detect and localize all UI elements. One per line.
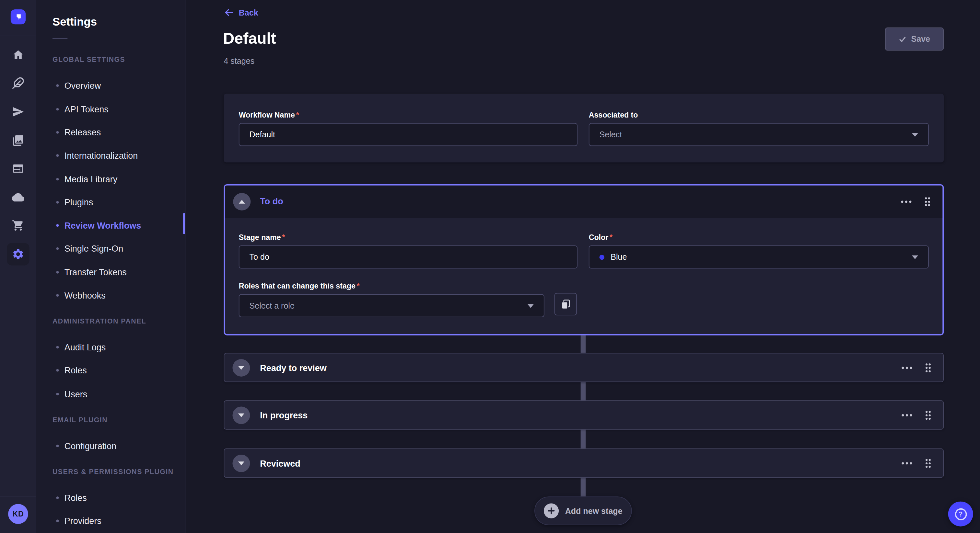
section-administration-panel: ADMINISTRATION PANEL [52,317,146,325]
avatar-initials: KD [13,510,24,519]
ellipsis-icon [900,200,912,203]
add-new-stage-button[interactable]: Add new stage [535,497,632,525]
nav-cloud-icon[interactable] [7,186,29,209]
bullet-icon [56,294,59,297]
expand-stage-button[interactable] [232,455,250,472]
stage-options-button[interactable] [899,194,913,209]
section-global-settings: GLOBAL SETTINGS [52,56,125,63]
sidebar-item-releases[interactable]: Releases [45,123,180,142]
sidebar-item-review-workflows[interactable]: Review Workflows [45,216,180,235]
bullet-icon [56,178,59,181]
title-divider [52,38,67,39]
sidebar-item-plugins[interactable]: Plugins [45,193,180,212]
strapi-logo[interactable] [11,10,25,24]
save-button[interactable]: Save [885,27,944,51]
sidebar-item-overview[interactable]: Overview [45,76,180,95]
nav-deploy-icon[interactable] [7,100,29,123]
drag-dots-icon [925,363,931,373]
workflow-name-field: Workflow Name* [239,110,578,146]
drag-handle[interactable] [921,408,935,423]
nav-home-icon[interactable] [7,44,29,66]
rail-divider [0,36,36,36]
bullet-icon [56,520,59,522]
sidebar-title: Settings [52,16,97,29]
duplicate-roles-button[interactable] [555,293,577,315]
sidebar-item-transfer-tokens[interactable]: Transfer Tokens [45,263,180,282]
sidebar-item-up-roles[interactable]: Roles [45,488,180,507]
sidebar-scrollbar-thumb[interactable] [183,213,185,235]
plus-icon [544,503,559,518]
stage-color-select[interactable]: Blue [589,246,929,268]
associated-to-select[interactable]: Select [589,123,929,146]
strapi-logo-icon [14,13,22,21]
stage-roles-label: Roles that can change this stage* [239,282,544,290]
sidebar-item-internationalization[interactable]: Internationalization [45,146,180,165]
ellipsis-icon [901,414,913,417]
stage-roles-select[interactable]: Select a role [239,294,544,317]
stage-row-reviewed[interactable]: Reviewed [224,449,944,478]
bullet-icon [56,393,59,395]
workflow-details-card: Workflow Name* Associated to Select [224,94,944,162]
bullet-icon [56,108,59,111]
stage-title: Reviewed [260,458,301,468]
rail-divider [0,497,36,497]
stage-row-in-progress[interactable]: In progress [224,400,944,430]
sidebar-item-admin-users[interactable]: Users [45,385,180,403]
drag-dots-icon [925,458,931,468]
sidebar-item-webhooks[interactable]: Webhooks [45,286,180,305]
sidebar-item-media-library[interactable]: Media Library [45,170,180,189]
bullet-icon [56,497,59,499]
settings-sidebar: Settings GLOBAL SETTINGS Overview API To… [36,0,186,533]
stage-title: In progress [260,410,307,420]
expand-stage-button[interactable] [232,359,250,377]
section-email-plugin: EMAIL PLUGIN [52,416,108,423]
associated-to-field: Associated to Select [589,110,929,146]
expand-stage-button[interactable] [232,406,250,424]
bullet-icon [56,247,59,250]
stage-accordion-header[interactable]: To do [225,186,942,218]
back-link[interactable]: Back [224,8,258,17]
stage-options-button[interactable] [899,456,914,471]
ellipsis-icon [901,462,913,465]
sidebar-item-up-providers[interactable]: Providers [45,511,180,530]
chevron-down-icon [912,133,918,136]
drag-handle[interactable] [921,360,935,375]
chevron-down-icon [238,366,244,370]
stage-options-button[interactable] [899,408,914,423]
bullet-icon [56,369,59,372]
page-title: Default [223,30,276,48]
bullet-icon [56,131,59,134]
nav-media-library-icon[interactable] [7,129,29,152]
stage-title: Ready to review [260,363,327,373]
copy-icon [559,298,572,311]
sidebar-item-email-configuration[interactable]: Configuration [45,436,180,455]
nav-content-manager-icon[interactable] [7,157,29,180]
stage-options-button[interactable] [899,360,914,375]
stage-name-input[interactable] [239,246,578,268]
sidebar-item-api-tokens[interactable]: API Tokens [45,100,180,119]
bullet-icon [56,154,59,157]
stage-name-field: Stage name* [239,233,578,268]
sidebar-item-audit-logs[interactable]: Audit Logs [45,338,180,357]
ellipsis-icon [901,366,913,369]
bullet-icon [56,84,59,87]
drag-handle[interactable] [920,194,935,209]
stage-color-label: Color* [589,233,929,241]
strapi-admin: KD Settings GLOBAL SETTINGS Overview API… [0,0,980,533]
nav-content-type-builder-icon[interactable] [7,72,29,94]
nav-marketplace-icon[interactable] [7,214,29,236]
drag-handle[interactable] [921,456,935,471]
collapse-stage-button[interactable] [233,193,250,211]
chevron-down-icon [528,304,534,308]
sidebar-item-admin-roles[interactable]: Roles [45,361,180,380]
nav-settings-icon[interactable] [7,243,29,265]
sidebar-item-single-sign-on[interactable]: Single Sign-On [45,239,180,258]
chevron-down-icon [238,462,244,465]
user-avatar[interactable]: KD [8,504,28,524]
help-button[interactable]: ? [948,501,973,527]
bullet-icon [56,201,59,204]
workflow-name-input[interactable] [239,123,578,146]
blue-color-dot [599,254,604,259]
stage-row-ready-to-review[interactable]: Ready to review [224,353,944,382]
bullet-icon [56,444,59,447]
